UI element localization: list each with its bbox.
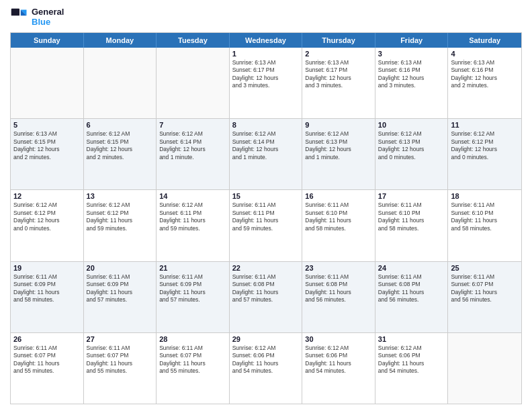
cell-info-text: Sunrise: 6:11 AM Sunset: 6:07 PM Dayligh… xyxy=(159,345,226,375)
table-row: 3Sunrise: 6:13 AM Sunset: 6:16 PM Daylig… xyxy=(375,48,449,118)
table-row: 6Sunrise: 6:12 AM Sunset: 6:15 PM Daylig… xyxy=(84,119,157,189)
day-headers: Sunday Monday Tuesday Wednesday Thursday… xyxy=(11,33,521,48)
header-wednesday: Wednesday xyxy=(230,33,303,48)
cell-info-text: Sunrise: 6:12 AM Sunset: 6:13 PM Dayligh… xyxy=(305,130,372,161)
table-row: 26Sunrise: 6:11 AM Sunset: 6:07 PM Dayli… xyxy=(11,333,84,404)
cell-info-text: Sunrise: 6:12 AM Sunset: 6:11 PM Dayligh… xyxy=(159,201,226,232)
table-row xyxy=(157,48,230,118)
cell-date-number: 22 xyxy=(232,264,300,272)
table-row: 24Sunrise: 6:11 AM Sunset: 6:08 PM Dayli… xyxy=(375,262,449,332)
cell-date-number: 28 xyxy=(159,335,226,343)
cell-date-number: 17 xyxy=(378,192,445,200)
table-row: 30Sunrise: 6:12 AM Sunset: 6:06 PM Dayli… xyxy=(302,333,375,404)
logo-icon xyxy=(10,7,29,26)
cell-date-number: 5 xyxy=(13,121,81,129)
cell-info-text: Sunrise: 6:11 AM Sunset: 6:08 PM Dayligh… xyxy=(305,273,372,304)
svg-rect-3 xyxy=(11,9,19,16)
cell-info-text: Sunrise: 6:13 AM Sunset: 6:16 PM Dayligh… xyxy=(378,59,445,90)
calendar-page: General Blue Sunday Monday Tuesday Wedne… xyxy=(0,0,532,411)
header-saturday: Saturday xyxy=(448,33,521,48)
header-thursday: Thursday xyxy=(302,33,375,48)
calendar: Sunday Monday Tuesday Wednesday Thursday… xyxy=(10,32,522,404)
table-row: 5Sunrise: 6:13 AM Sunset: 6:15 PM Daylig… xyxy=(11,119,84,189)
cell-info-text: Sunrise: 6:12 AM Sunset: 6:12 PM Dayligh… xyxy=(13,201,81,232)
table-row: 13Sunrise: 6:12 AM Sunset: 6:12 PM Dayli… xyxy=(84,190,157,261)
cell-date-number: 21 xyxy=(159,264,226,272)
cell-date-number: 9 xyxy=(305,121,372,129)
cell-date-number: 6 xyxy=(87,121,154,129)
cell-date-number: 31 xyxy=(378,335,445,343)
cell-info-text: Sunrise: 6:11 AM Sunset: 6:08 PM Dayligh… xyxy=(232,273,300,304)
cell-date-number: 11 xyxy=(451,121,519,129)
table-row: 31Sunrise: 6:12 AM Sunset: 6:06 PM Dayli… xyxy=(375,333,449,404)
cell-info-text: Sunrise: 6:12 AM Sunset: 6:12 PM Dayligh… xyxy=(451,130,519,161)
cell-date-number: 25 xyxy=(451,264,519,272)
cell-date-number: 26 xyxy=(13,335,81,343)
cell-date-number: 10 xyxy=(378,121,445,129)
table-row: 14Sunrise: 6:12 AM Sunset: 6:11 PM Dayli… xyxy=(157,190,230,261)
table-row: 20Sunrise: 6:11 AM Sunset: 6:09 PM Dayli… xyxy=(84,262,157,332)
header-sunday: Sunday xyxy=(11,33,84,48)
calendar-body: 1Sunrise: 6:13 AM Sunset: 6:17 PM Daylig… xyxy=(11,48,521,404)
cell-info-text: Sunrise: 6:11 AM Sunset: 6:07 PM Dayligh… xyxy=(87,345,154,375)
cell-info-text: Sunrise: 6:11 AM Sunset: 6:07 PM Dayligh… xyxy=(13,345,81,375)
table-row: 4Sunrise: 6:13 AM Sunset: 6:16 PM Daylig… xyxy=(448,48,521,118)
table-row: 17Sunrise: 6:11 AM Sunset: 6:10 PM Dayli… xyxy=(375,190,449,261)
cell-info-text: Sunrise: 6:11 AM Sunset: 6:08 PM Dayligh… xyxy=(378,273,445,304)
header: General Blue xyxy=(10,7,522,27)
cell-date-number: 30 xyxy=(305,335,372,343)
table-row xyxy=(84,48,157,118)
cell-info-text: Sunrise: 6:13 AM Sunset: 6:16 PM Dayligh… xyxy=(451,59,519,90)
cell-date-number: 18 xyxy=(451,192,519,200)
table-row: 22Sunrise: 6:11 AM Sunset: 6:08 PM Dayli… xyxy=(230,262,303,332)
table-row: 19Sunrise: 6:11 AM Sunset: 6:09 PM Dayli… xyxy=(11,262,84,332)
cell-info-text: Sunrise: 6:11 AM Sunset: 6:10 PM Dayligh… xyxy=(378,201,445,232)
cell-info-text: Sunrise: 6:12 AM Sunset: 6:14 PM Dayligh… xyxy=(232,130,300,161)
cell-date-number: 23 xyxy=(305,264,372,272)
table-row: 29Sunrise: 6:12 AM Sunset: 6:06 PM Dayli… xyxy=(230,333,303,404)
cell-date-number: 3 xyxy=(378,50,445,58)
cell-info-text: Sunrise: 6:13 AM Sunset: 6:17 PM Dayligh… xyxy=(305,59,372,90)
cell-date-number: 8 xyxy=(232,121,300,129)
calendar-row-0: 1Sunrise: 6:13 AM Sunset: 6:17 PM Daylig… xyxy=(11,48,521,119)
table-row: 27Sunrise: 6:11 AM Sunset: 6:07 PM Dayli… xyxy=(84,333,157,404)
cell-info-text: Sunrise: 6:11 AM Sunset: 6:11 PM Dayligh… xyxy=(232,201,300,232)
table-row: 10Sunrise: 6:12 AM Sunset: 6:13 PM Dayli… xyxy=(375,119,449,189)
table-row xyxy=(448,333,521,404)
calendar-row-1: 5Sunrise: 6:13 AM Sunset: 6:15 PM Daylig… xyxy=(11,119,521,190)
table-row: 16Sunrise: 6:11 AM Sunset: 6:10 PM Dayli… xyxy=(302,190,375,261)
cell-date-number: 24 xyxy=(378,264,445,272)
cell-date-number: 1 xyxy=(232,50,300,58)
table-row xyxy=(11,48,84,118)
table-row: 23Sunrise: 6:11 AM Sunset: 6:08 PM Dayli… xyxy=(302,262,375,332)
header-friday: Friday xyxy=(375,33,449,48)
logo-text: General Blue xyxy=(32,7,64,27)
cell-date-number: 27 xyxy=(87,335,154,343)
cell-info-text: Sunrise: 6:11 AM Sunset: 6:09 PM Dayligh… xyxy=(159,273,226,304)
table-row: 12Sunrise: 6:12 AM Sunset: 6:12 PM Dayli… xyxy=(11,190,84,261)
cell-date-number: 4 xyxy=(451,50,519,58)
calendar-row-3: 19Sunrise: 6:11 AM Sunset: 6:09 PM Dayli… xyxy=(11,262,521,333)
cell-date-number: 29 xyxy=(232,335,300,343)
table-row: 21Sunrise: 6:11 AM Sunset: 6:09 PM Dayli… xyxy=(157,262,230,332)
cell-info-text: Sunrise: 6:11 AM Sunset: 6:07 PM Dayligh… xyxy=(451,273,519,304)
table-row: 25Sunrise: 6:11 AM Sunset: 6:07 PM Dayli… xyxy=(448,262,521,332)
table-row: 7Sunrise: 6:12 AM Sunset: 6:14 PM Daylig… xyxy=(157,119,230,189)
table-row: 2Sunrise: 6:13 AM Sunset: 6:17 PM Daylig… xyxy=(302,48,375,118)
cell-info-text: Sunrise: 6:12 AM Sunset: 6:15 PM Dayligh… xyxy=(87,130,154,161)
logo: General Blue xyxy=(10,7,64,27)
cell-info-text: Sunrise: 6:12 AM Sunset: 6:12 PM Dayligh… xyxy=(87,201,154,232)
table-row: 28Sunrise: 6:11 AM Sunset: 6:07 PM Dayli… xyxy=(157,333,230,404)
cell-info-text: Sunrise: 6:12 AM Sunset: 6:13 PM Dayligh… xyxy=(378,130,445,161)
cell-date-number: 20 xyxy=(87,264,154,272)
cell-info-text: Sunrise: 6:13 AM Sunset: 6:15 PM Dayligh… xyxy=(13,130,81,161)
cell-date-number: 19 xyxy=(13,264,81,272)
header-tuesday: Tuesday xyxy=(157,33,230,48)
cell-info-text: Sunrise: 6:12 AM Sunset: 6:06 PM Dayligh… xyxy=(232,345,300,375)
table-row: 11Sunrise: 6:12 AM Sunset: 6:12 PM Dayli… xyxy=(448,119,521,189)
table-row: 18Sunrise: 6:11 AM Sunset: 6:10 PM Dayli… xyxy=(448,190,521,261)
cell-info-text: Sunrise: 6:12 AM Sunset: 6:14 PM Dayligh… xyxy=(159,130,226,161)
cell-info-text: Sunrise: 6:11 AM Sunset: 6:10 PM Dayligh… xyxy=(451,201,519,232)
calendar-row-2: 12Sunrise: 6:12 AM Sunset: 6:12 PM Dayli… xyxy=(11,190,521,261)
cell-date-number: 7 xyxy=(159,121,226,129)
